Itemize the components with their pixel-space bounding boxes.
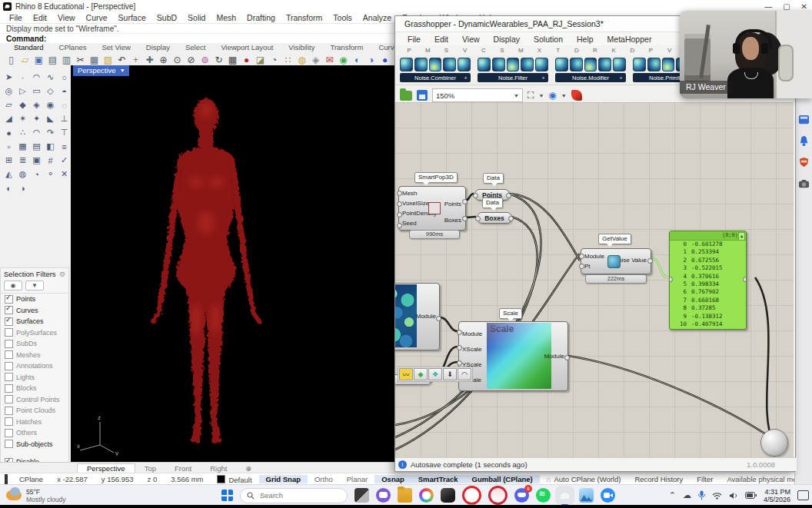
taskbar-search[interactable] — [240, 488, 348, 503]
component-icon[interactable] — [414, 58, 428, 71]
palette-tool-icon[interactable]: ∿ — [44, 71, 57, 84]
checkbox-icon[interactable] — [5, 373, 13, 381]
file-explorer-taskbar-icon[interactable] — [398, 488, 412, 503]
menu-curve[interactable]: Curve — [82, 13, 112, 22]
task-view-taskbar-icon[interactable] — [354, 488, 369, 503]
print-icon[interactable]: ▤ — [46, 54, 59, 67]
menu-view[interactable]: View — [53, 13, 80, 22]
palette-tool-icon[interactable]: ⊤ — [58, 126, 71, 139]
chevron-down-icon[interactable]: ▼ — [538, 93, 544, 98]
checkbox-icon[interactable] — [5, 440, 13, 448]
palette-tool-icon[interactable]: ➤ — [2, 71, 15, 84]
checkbox-icon[interactable] — [5, 340, 13, 348]
viewport-tab-right[interactable]: Right — [201, 464, 236, 473]
gh-category-tab[interactable]: R — [586, 47, 604, 54]
palette-tool-icon[interactable]: ◉ — [44, 98, 57, 111]
loop-icon[interactable]: ◠ — [458, 368, 471, 380]
checkbox-icon[interactable] — [5, 407, 13, 415]
onedrive-icon[interactable]: ☁ — [683, 490, 691, 500]
boxes-relay-node[interactable]: Boxes — [477, 212, 512, 224]
palette-tool-icon[interactable]: ◠ — [30, 126, 43, 139]
filter-meshes[interactable]: Meshes — [1, 350, 68, 361]
palette-tool-icon[interactable]: ◧ — [44, 140, 57, 153]
status-toggle-osnap[interactable]: Osnap — [374, 475, 411, 483]
lightbulb-icon[interactable]: ◍ — [295, 54, 308, 67]
filter-tab-objects[interactable]: ◉ — [4, 281, 22, 291]
chevron-down-icon[interactable]: ▼ — [561, 93, 567, 98]
grasshopper-canvas[interactable]: SmartPop3D MeshVoxelSizePointDensitySeed… — [395, 102, 794, 458]
maximize-button[interactable]: ▢ — [783, 2, 790, 11]
rhino-taskbar-icon[interactable] — [557, 488, 572, 503]
gh-category-tab[interactable]: P — [400, 47, 418, 54]
notification-bell-icon[interactable] — [798, 135, 810, 147]
red-figure-mesh[interactable] — [71, 65, 394, 462]
palette-tool-icon[interactable]: ▤ — [30, 140, 43, 153]
pan-icon[interactable]: + — [129, 54, 142, 67]
checkbox-icon[interactable] — [5, 350, 13, 359]
gh-menu-edit[interactable]: Edit — [428, 35, 454, 44]
tray-chevron-icon[interactable]: ⌃ — [669, 490, 676, 500]
properties-icon[interactable]: ▥ — [60, 54, 73, 67]
toolbar-tab-set-view[interactable]: Set View — [94, 43, 138, 52]
gh-category-tab[interactable]: V — [661, 47, 679, 54]
filter-subds[interactable]: SubDs — [1, 338, 68, 350]
status-toggle-ortho[interactable]: Ortho — [308, 475, 340, 483]
cut-icon[interactable]: ✂ — [74, 54, 87, 67]
component-icon[interactable] — [555, 58, 568, 71]
filter-surfaces[interactable]: Surfaces — [1, 316, 68, 327]
menu-analyze[interactable]: Analyze — [358, 13, 396, 22]
minimize-button[interactable]: — — [764, 2, 772, 11]
component-icon[interactable] — [429, 58, 442, 71]
component-icon[interactable] — [521, 58, 534, 71]
viewport-title-label[interactable]: Perspective ▼ — [73, 65, 129, 76]
clock-widget[interactable]: 4:31 PM 4/5/2026 — [764, 488, 790, 503]
photos-taskbar-icon[interactable] — [579, 488, 594, 503]
rhino-viewport[interactable]: Perspective ▼ z x y — [71, 65, 394, 462]
toolbar-tab-transform[interactable]: Transform — [322, 43, 371, 52]
filter-control-points[interactable]: Control Points — [1, 394, 68, 406]
camera-icon[interactable] — [798, 178, 810, 190]
zoom-selected-icon[interactable]: ⊚ — [198, 54, 211, 67]
gh-category-tab[interactable]: D — [623, 47, 641, 54]
color-wheel-icon[interactable]: ◉ — [337, 54, 350, 67]
gh-category-tab[interactable]: D — [567, 47, 586, 54]
open-file-icon[interactable]: ▱ — [18, 54, 32, 67]
palette-tool-icon[interactable]: ✦ — [30, 112, 43, 125]
move-icon[interactable]: ✚ — [143, 54, 156, 67]
filter-point-clouds[interactable]: Point Clouds — [1, 405, 68, 417]
palette-tool-icon[interactable]: ◍ — [16, 168, 29, 181]
checkbox-icon[interactable] — [5, 429, 13, 437]
notification-center-icon[interactable] — [797, 490, 809, 500]
expand-group-icon[interactable]: + — [541, 75, 545, 81]
spotify-taskbar-icon[interactable] — [536, 488, 551, 503]
menu-surface[interactable]: Surface — [114, 13, 151, 22]
undo-icon[interactable]: ↶ — [115, 54, 128, 67]
component-icon[interactable] — [633, 58, 646, 71]
history-icon[interactable]: ◔ — [268, 54, 281, 67]
toolbar-tab-select[interactable]: Select — [178, 43, 213, 52]
zoom-window-icon[interactable]: ⊙ — [171, 54, 184, 67]
component-icon[interactable] — [613, 58, 626, 71]
earth-icon[interactable]: ◐ — [351, 54, 364, 67]
palette-tool-icon[interactable]: ⚬ — [44, 168, 57, 181]
copilot-taskbar-icon[interactable] — [419, 488, 434, 503]
wifi-icon[interactable] — [712, 492, 722, 500]
palette-tool-icon[interactable]: ○ — [58, 71, 71, 84]
gh-menu-solution[interactable]: Solution — [527, 35, 569, 44]
sphere-icon[interactable]: ● — [378, 54, 391, 67]
palette-tool-icon[interactable]: ▭ — [30, 85, 43, 98]
component-icon[interactable] — [598, 58, 611, 71]
component-icon[interactable] — [662, 58, 675, 71]
expand-group-icon[interactable]: + — [619, 75, 623, 81]
status-cplane[interactable]: CPlane — [12, 475, 50, 483]
palette-tool-icon[interactable]: ✕ — [58, 168, 71, 181]
preview-eye-icon[interactable]: ◉ — [548, 90, 556, 101]
menu-file[interactable]: File — [5, 13, 27, 22]
component-icon[interactable] — [647, 58, 661, 71]
smartpop3d-node[interactable]: MeshVoxelSizePointDensitySeed PointsBoxe… — [398, 186, 466, 231]
zoom-dynamic-icon[interactable]: ⊘ — [185, 54, 198, 67]
gh-menu-help[interactable]: Help — [571, 35, 600, 44]
component-icon[interactable] — [570, 58, 583, 71]
earth-alt-icon[interactable]: ◑ — [364, 54, 378, 67]
checkbox-icon[interactable] — [5, 306, 13, 314]
